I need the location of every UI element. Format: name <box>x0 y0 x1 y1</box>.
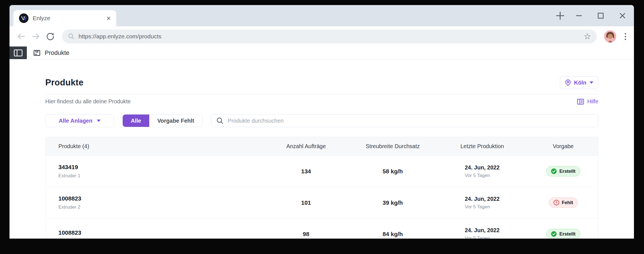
product-cell: 1008823 Extruder 2 <box>46 195 263 210</box>
last-production-date: 24. Jun, 2022 <box>465 164 500 171</box>
user-avatar[interactable] <box>604 30 616 43</box>
target-cell: Erstellt <box>528 166 598 176</box>
throughput-spread: 39 kg/h <box>349 199 436 206</box>
col-throughput-spread: Streubreite Durchsatz <box>349 143 436 150</box>
machine-filter-dropdown[interactable]: Alle Anlagen <box>45 114 114 127</box>
target-cell: Erstellt <box>528 229 598 239</box>
last-production-relative: Vor 5 Tagen <box>465 173 500 178</box>
product-number: 1008823 <box>58 195 263 202</box>
minimize-icon[interactable] <box>575 11 583 20</box>
table-row[interactable]: 1008823 98 84 kg/h 24. Jun, 2022 Vor 5 T… <box>46 218 598 239</box>
products-table: Produkte (4) Anzahl Aufträge Streubreite… <box>45 137 598 239</box>
orders-count: 101 <box>263 199 349 206</box>
tab-title: Enlyze <box>33 15 102 22</box>
back-button[interactable] <box>15 30 27 43</box>
book-open-icon <box>577 99 584 105</box>
page-title: Produkte <box>45 78 84 88</box>
orders-count: 134 <box>263 168 349 175</box>
status-label: Fehlt <box>562 200 573 206</box>
status-badge: Fehlt <box>549 197 578 208</box>
last-production-relative: Vor 5 Tagen <box>465 236 500 239</box>
last-production-relative: Vor 5 Tagen <box>465 204 500 210</box>
product-number: 1008823 <box>58 229 263 236</box>
map-pin-icon <box>565 79 571 86</box>
filter-row: Alle Anlagen Alle Vorgabe Fehlt <box>45 114 598 127</box>
kebab-menu-icon[interactable] <box>622 31 628 42</box>
chevron-down-icon <box>589 81 593 84</box>
last-production-date: 24. Jun, 2022 <box>465 227 500 234</box>
window-close-icon[interactable] <box>618 11 627 20</box>
table-row[interactable]: 1008823 Extruder 2 101 39 kg/h 24. Jun, … <box>46 187 598 218</box>
page-subtitle: Hier findest du alle deine Produkte <box>45 98 131 105</box>
product-cell: 343419 Extruder 1 <box>46 164 263 179</box>
col-last-production: Letzte Produktion <box>436 143 528 150</box>
status-segment-control: Alle Vorgabe Fehlt <box>122 114 203 127</box>
forward-button[interactable] <box>30 30 42 43</box>
sidebar-toggle-button[interactable] <box>10 46 27 59</box>
segment-alle[interactable]: Alle <box>123 115 149 127</box>
window-controls <box>575 5 627 26</box>
app-header: Produkte <box>10 46 634 59</box>
throughput-spread: 58 kg/h <box>349 168 436 175</box>
location-label: Köln <box>574 80 586 86</box>
url-text[interactable]: https://app.enlyze.com/products <box>79 33 580 40</box>
target-cell: Fehlt <box>528 197 598 208</box>
header-divider <box>45 94 598 94</box>
package-icon <box>33 49 41 57</box>
col-products: Produkte (4) <box>46 143 263 150</box>
location-dropdown-button[interactable]: Köln <box>560 76 598 89</box>
table-row[interactable]: 343419 Extruder 1 134 58 kg/h 24. Jun, 2… <box>46 155 598 187</box>
search-icon <box>68 33 75 40</box>
page-head: Produkte Köln <box>45 76 598 89</box>
tab-close-icon[interactable]: × <box>106 15 111 22</box>
segment-vorgabe-fehlt[interactable]: Vorgabe Fehlt <box>149 115 202 127</box>
browser-tab[interactable]: Enlyze × <box>13 10 116 26</box>
table-header-row: Produkte (4) Anzahl Aufträge Streubreite… <box>46 137 598 155</box>
throughput-spread: 84 kg/h <box>349 231 436 237</box>
tab-strip: Enlyze × <box>10 5 634 26</box>
check-circle-icon <box>551 168 557 174</box>
bookmark-star-icon[interactable]: ☆ <box>584 32 591 41</box>
sidebar-panel-icon <box>14 49 23 57</box>
browser-window: Enlyze × <box>10 5 634 239</box>
status-label: Erstellt <box>559 169 576 174</box>
breadcrumb[interactable]: Produkte <box>27 46 69 59</box>
address-bar[interactable]: https://app.enlyze.com/products ☆ <box>62 29 597 43</box>
status-badge: Erstellt <box>546 229 580 239</box>
machine-filter-label: Alle Anlagen <box>59 118 92 124</box>
check-circle-icon <box>551 231 557 237</box>
status-label: Erstellt <box>559 231 576 237</box>
enlyze-logo-icon <box>19 13 29 23</box>
reload-button[interactable] <box>44 30 56 43</box>
alert-circle-icon <box>553 200 559 206</box>
product-machine: Extruder 2 <box>58 204 263 210</box>
help-label: Hilfe <box>587 98 598 105</box>
subtitle-row: Hier findest du alle deine Produkte Hilf… <box>45 98 598 105</box>
search-icon <box>216 117 224 125</box>
search-input[interactable] <box>228 118 593 124</box>
help-link[interactable]: Hilfe <box>577 98 598 105</box>
product-number: 343419 <box>58 164 263 171</box>
last-production-date: 24. Jun, 2022 <box>465 196 500 202</box>
last-production-cell: 24. Jun, 2022 Vor 5 Tagen <box>436 227 528 239</box>
status-badge: Erstellt <box>546 166 580 176</box>
new-tab-button[interactable] <box>553 9 567 22</box>
maximize-icon[interactable] <box>596 11 605 20</box>
product-machine: Extruder 1 <box>58 173 263 179</box>
browser-toolbar: https://app.enlyze.com/products ☆ <box>10 26 634 46</box>
product-cell: 1008823 <box>46 229 263 239</box>
page-content: Produkte Köln Hier findest du alle deine… <box>10 76 634 239</box>
orders-count: 98 <box>263 231 349 237</box>
last-production-cell: 24. Jun, 2022 Vor 5 Tagen <box>436 164 528 178</box>
chevron-down-icon <box>97 120 101 122</box>
col-target: Vorgabe <box>528 143 598 150</box>
search-field[interactable] <box>211 114 598 127</box>
breadcrumb-label: Produkte <box>45 49 69 57</box>
col-orders: Anzahl Aufträge <box>263 143 349 150</box>
last-production-cell: 24. Jun, 2022 Vor 5 Tagen <box>436 196 528 210</box>
